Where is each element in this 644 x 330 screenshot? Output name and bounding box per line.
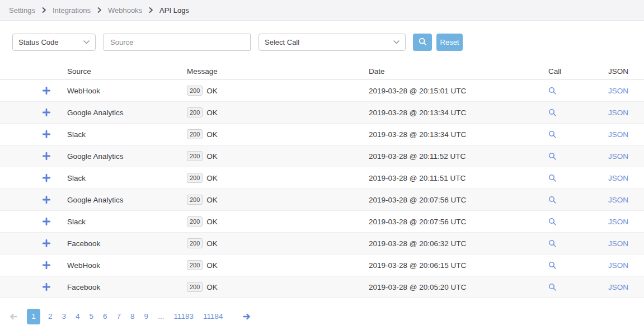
json-link[interactable]: JSON [608,261,628,270]
chevron-right-icon [41,7,46,13]
cell-source: Google Analytics [67,152,187,161]
message-text: OK [206,152,218,161]
cell-message: 200 OK [187,107,369,117]
message-text: OK [206,109,218,117]
table-row: Google Analytics 200 OK 2019-03-28 @ 20:… [0,189,644,211]
previous-page-icon[interactable] [9,312,18,321]
page-links: 123456789...1118311184 [27,309,232,324]
expand-row-icon[interactable] [43,196,50,204]
table-body: WebHook 200 OK 2019-03-28 @ 20:15:01 UTC… [0,80,644,298]
page-link[interactable]: 11183 [173,312,194,320]
next-page-icon[interactable] [242,312,251,321]
cell-date: 2019-03-28 @ 20:13:34 UTC [369,109,548,117]
page-link-active[interactable]: 1 [27,309,40,324]
expand-row-icon[interactable] [43,87,50,95]
json-link[interactable]: JSON [608,239,628,248]
cell-source: Google Analytics [67,196,187,204]
json-link[interactable]: JSON [608,196,628,204]
json-link[interactable]: JSON [608,87,628,95]
select-call-select[interactable]: Select Call [258,34,406,51]
header-date: Date [369,67,548,76]
table-row: Google Analytics 200 OK 2019-03-28 @ 20:… [0,102,644,124]
cell-message: 200 OK [187,86,369,96]
expand-row-icon[interactable] [43,218,50,225]
status-code-badge: 200 [187,195,203,205]
chevron-down-icon [83,40,90,44]
cell-source: Slack [67,174,187,182]
cell-date: 2019-03-28 @ 20:05:20 UTC [369,283,548,291]
page-link[interactable]: 3 [62,312,67,320]
search-button[interactable] [413,34,432,51]
message-text: OK [206,218,218,226]
json-link[interactable]: JSON [608,283,628,291]
breadcrumb-settings[interactable]: Settings [9,6,35,15]
cell-date: 2019-03-28 @ 20:13:34 UTC [369,130,548,139]
message-text: OK [206,261,218,270]
cell-message: 200 OK [187,195,369,205]
json-link[interactable]: JSON [608,109,628,117]
status-code-badge: 200 [187,151,203,161]
view-call-icon[interactable] [548,87,557,95]
cell-date: 2019-03-28 @ 20:11:51 UTC [369,174,548,182]
json-link[interactable]: JSON [608,218,628,226]
filter-bar: Status Code Select Call Reset [0,21,644,51]
table-row: Facebook 200 OK 2019-03-28 @ 20:05:20 UT… [0,276,644,298]
table-row: Slack 200 OK 2019-03-28 @ 20:11:51 UTC J… [0,167,644,189]
cell-source: Facebook [67,283,187,291]
cell-source: WebHook [67,261,187,270]
table-row: Slack 200 OK 2019-03-28 @ 20:13:34 UTC J… [0,124,644,145]
status-code-badge: 200 [187,173,203,183]
cell-date: 2019-03-28 @ 20:07:56 UTC [369,218,548,226]
view-call-icon[interactable] [548,261,557,270]
page-link[interactable]: 9 [144,312,149,320]
view-call-icon[interactable] [548,283,557,291]
expand-row-icon[interactable] [43,239,50,247]
cell-date: 2019-03-28 @ 20:06:15 UTC [369,261,548,270]
source-input[interactable] [104,34,251,51]
expand-row-icon[interactable] [43,283,50,291]
view-call-icon[interactable] [548,218,557,226]
page-link[interactable]: 8 [130,312,135,320]
expand-row-icon[interactable] [43,109,50,116]
view-call-icon[interactable] [548,109,557,117]
breadcrumb-webhooks[interactable]: Webhooks [108,6,142,15]
expand-row-icon[interactable] [43,130,50,138]
cell-source: WebHook [67,87,187,95]
json-link[interactable]: JSON [608,130,628,139]
table-row: Google Analytics 200 OK 2019-03-28 @ 20:… [0,145,644,167]
message-text: OK [206,283,218,291]
status-code-select[interactable]: Status Code [12,34,96,51]
header-message: Message [187,67,369,76]
expand-row-icon[interactable] [43,174,50,182]
chevron-right-icon [148,7,153,13]
status-code-badge: 200 [187,216,203,227]
view-call-icon[interactable] [548,130,557,139]
json-link[interactable]: JSON [608,152,628,161]
page-link[interactable]: 2 [48,312,53,320]
chevron-down-icon [393,40,399,44]
reset-button[interactable]: Reset [436,34,463,51]
expand-row-icon[interactable] [43,261,50,269]
status-code-badge: 200 [187,238,203,248]
expand-row-icon[interactable] [43,152,50,160]
status-code-badge: 200 [187,260,203,270]
page-link[interactable]: 5 [90,312,94,320]
status-code-badge: 200 [187,86,203,96]
table-row: WebHook 200 OK 2019-03-28 @ 20:15:01 UTC… [0,80,644,102]
select-call-select-value: Select Call [265,38,299,46]
view-call-icon[interactable] [548,239,557,248]
view-call-icon[interactable] [548,152,557,161]
page-link[interactable]: 4 [76,312,80,320]
breadcrumb-integrations[interactable]: Integrations [53,6,91,15]
table-row: WebHook 200 OK 2019-03-28 @ 20:06:15 UTC… [0,254,644,276]
page-link[interactable]: 7 [117,312,121,320]
header-json: JSON [608,67,644,76]
view-call-icon[interactable] [548,174,557,182]
view-call-icon[interactable] [548,196,557,204]
status-code-badge: 200 [187,107,203,117]
json-link[interactable]: JSON [608,174,628,182]
cell-source: Facebook [67,239,187,248]
table-row: Facebook 200 OK 2019-03-28 @ 20:06:32 UT… [0,233,644,254]
page-link[interactable]: 6 [103,312,107,320]
page-link[interactable]: 11184 [203,312,223,320]
